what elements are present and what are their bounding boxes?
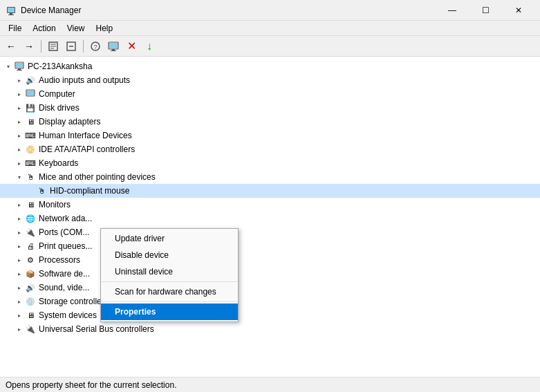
disk-icon — [25, 102, 36, 113]
keyboards-label: Keyboards — [39, 158, 78, 168]
tree-item-usb[interactable]: Universal Serial Bus controllers — [0, 322, 540, 336]
sound-expand-arrow[interactable] — [14, 282, 25, 293]
ports-icon — [25, 227, 36, 238]
print-expand-arrow[interactable] — [14, 241, 25, 252]
processor-icon — [25, 254, 36, 265]
tree-item-monitors[interactable]: Monitors — [0, 198, 540, 212]
usb-icon — [25, 324, 36, 335]
computer-expand-arrow[interactable] — [14, 88, 25, 100]
menu-help[interactable]: Help — [91, 22, 119, 35]
display-icon — [25, 116, 36, 127]
storage-label: Storage controllers — [39, 297, 109, 306]
remove-button[interactable]: ✕ — [123, 38, 140, 55]
context-menu-uninstall-device[interactable]: Uninstall device — [101, 263, 238, 280]
toolbar-separator-1 — [41, 40, 41, 53]
computer-label: Computer — [39, 89, 75, 99]
properties-button[interactable] — [45, 38, 62, 55]
maximize-button[interactable]: ☐ — [469, 0, 501, 21]
monitors-expand-arrow[interactable] — [14, 199, 25, 210]
scan-button[interactable]: ↓ — [141, 38, 158, 55]
hid-compliant-expand — [25, 185, 36, 196]
minimize-button[interactable]: — — [436, 0, 468, 21]
computer-button[interactable] — [105, 38, 122, 55]
svg-rect-18 — [18, 68, 21, 70]
hid-label: Human Interface Devices — [39, 131, 132, 140]
tree-root[interactable]: PC-213Akanksha — [0, 59, 540, 73]
svg-text:?: ? — [93, 44, 97, 50]
status-bar: Opens property sheet for the current sel… — [0, 377, 540, 392]
hid-compliant-label: HID-compliant mouse — [50, 186, 129, 196]
tree-item-software[interactable]: Software de... — [0, 267, 540, 281]
status-text: Opens property sheet for the current sel… — [6, 380, 176, 390]
tree-item-sound[interactable]: Sound, vide... — [0, 281, 540, 295]
svg-rect-19 — [17, 70, 22, 71]
tree-item-computer[interactable]: Computer — [0, 87, 540, 101]
tree-item-mice[interactable]: Mice and other pointing devices — [0, 170, 540, 184]
context-menu-update-driver[interactable]: Update driver — [101, 230, 238, 247]
context-menu-scan-hardware[interactable]: Scan for hardware changes — [101, 283, 238, 300]
help-button[interactable]: ? — [87, 38, 104, 55]
window-title: Device Manager — [21, 6, 436, 15]
mouse-icon — [25, 171, 36, 183]
forward-button[interactable]: → — [21, 38, 37, 55]
monitors-label: Monitors — [39, 200, 71, 209]
menu-action[interactable]: Action — [27, 22, 61, 35]
keyboard-icon — [25, 158, 36, 169]
software-label: Software de... — [39, 269, 90, 279]
tree-item-disk[interactable]: Disk drives — [0, 101, 540, 115]
toolbar: ← → ? ✕ ↓ — [0, 36, 540, 57]
pc-icon — [14, 61, 25, 72]
back-button[interactable]: ← — [3, 38, 19, 55]
context-menu-separator-2 — [101, 301, 238, 302]
svg-rect-1 — [8, 8, 15, 12]
keyboards-expand-arrow[interactable] — [14, 158, 25, 169]
network-expand-arrow[interactable] — [14, 213, 25, 224]
svg-rect-15 — [111, 50, 116, 51]
system-expand-arrow[interactable] — [14, 310, 25, 321]
tree-item-audio[interactable]: Audio inputs and outputs — [0, 73, 540, 87]
ports-expand-arrow[interactable] — [14, 227, 25, 238]
svg-rect-13 — [109, 43, 118, 48]
software-expand-arrow[interactable] — [14, 268, 25, 279]
tree-item-print[interactable]: Print queues... — [0, 239, 540, 253]
tree-item-ide[interactable]: IDE ATA/ATAPI controllers — [0, 142, 540, 156]
audio-expand-arrow[interactable] — [14, 75, 25, 86]
window-controls: — ☐ ✕ — [436, 0, 534, 21]
minus-button[interactable] — [63, 38, 80, 55]
tree-item-hid[interactable]: Human Interface Devices — [0, 129, 540, 142]
sound-icon — [25, 282, 36, 293]
usb-expand-arrow[interactable] — [14, 324, 25, 335]
audio-label: Audio inputs and outputs — [39, 75, 130, 85]
menu-view[interactable]: View — [62, 22, 91, 35]
disk-expand-arrow[interactable] — [14, 102, 25, 113]
tree-item-network[interactable]: Network ada... — [0, 212, 540, 225]
tree-item-ports[interactable]: Ports (COM... — [0, 225, 540, 239]
ports-label: Ports (COM... — [39, 227, 89, 237]
hid-device-icon — [36, 185, 47, 196]
context-menu-properties[interactable]: Properties — [101, 304, 238, 320]
system-icon — [25, 310, 36, 321]
print-label: Print queues... — [39, 241, 92, 251]
svg-rect-17 — [16, 63, 23, 68]
tree-item-processors[interactable]: Processors — [0, 253, 540, 267]
tree-item-system[interactable]: System devices — [0, 308, 540, 322]
close-button[interactable]: ✕ — [503, 0, 534, 21]
network-icon — [25, 213, 36, 224]
storage-expand-arrow[interactable] — [14, 296, 25, 307]
tree-item-display[interactable]: Display adapters — [0, 115, 540, 129]
root-expand-arrow[interactable] — [3, 61, 14, 72]
display-expand-arrow[interactable] — [14, 116, 25, 127]
print-icon — [25, 241, 36, 252]
menu-file[interactable]: File — [3, 22, 27, 35]
tree-item-storage[interactable]: Storage controllers — [0, 295, 540, 308]
mice-expand-arrow[interactable] — [14, 171, 25, 183]
tree-item-hid-compliant[interactable]: HID-compliant mouse — [0, 184, 540, 198]
tree-item-keyboards[interactable]: Keyboards — [0, 156, 540, 170]
hid-expand-arrow[interactable] — [14, 130, 25, 141]
device-tree[interactable]: PC-213Akanksha Audio inputs and outputs … — [0, 57, 540, 377]
ide-icon — [25, 144, 36, 155]
processors-expand-arrow[interactable] — [14, 254, 25, 265]
context-menu-disable-device[interactable]: Disable device — [101, 247, 238, 263]
ide-expand-arrow[interactable] — [14, 144, 25, 155]
processors-label: Processors — [39, 255, 80, 265]
